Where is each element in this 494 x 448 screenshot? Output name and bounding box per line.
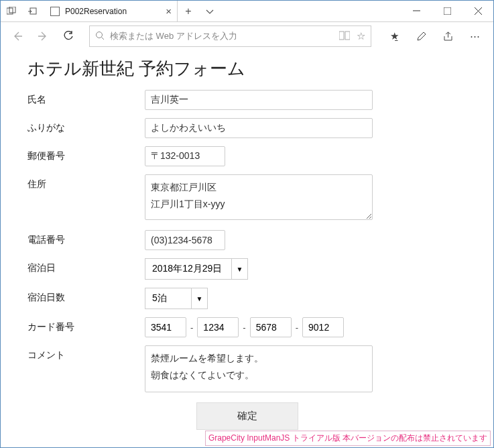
card2-input[interactable] <box>197 317 239 337</box>
label-card: カード番号 <box>27 317 145 333</box>
svg-rect-10 <box>345 32 350 40</box>
dash: - <box>243 323 245 333</box>
toolbar-icons: ★̱ ⋯ <box>381 25 488 48</box>
favorites-icon[interactable]: ★̱ <box>381 25 408 48</box>
svg-point-7 <box>97 32 103 38</box>
card1-input[interactable] <box>145 317 186 337</box>
set-aside-icon[interactable] <box>22 1 44 22</box>
label-phone: 電話番号 <box>27 230 145 246</box>
dash: - <box>296 323 298 333</box>
kana-input[interactable] <box>145 118 373 138</box>
label-comment: コメント <box>27 345 145 361</box>
label-kana: ふりがな <box>27 118 145 134</box>
name-input[interactable] <box>145 90 373 110</box>
titlebar-left: P002Reservation × + <box>1 1 221 21</box>
address-input[interactable] <box>145 174 373 220</box>
svg-rect-9 <box>339 32 344 40</box>
chevron-down-icon: ▼ <box>192 288 208 309</box>
zip-input[interactable] <box>145 146 225 166</box>
label-checkin: 宿泊日 <box>27 258 145 274</box>
dash: - <box>190 323 193 333</box>
label-nights: 宿泊日数 <box>27 288 145 304</box>
window-tabs-icon[interactable] <box>1 1 22 22</box>
close-window-button[interactable] <box>462 1 493 22</box>
refresh-button[interactable] <box>57 25 80 48</box>
chevron-down-icon: ▼ <box>232 258 248 280</box>
back-button[interactable] <box>6 25 29 48</box>
trial-footer: GrapeCity InputManJS トライアル版 本バージョンの配布は禁止… <box>205 431 491 446</box>
card4-input[interactable] <box>302 317 344 337</box>
search-icon <box>95 31 105 42</box>
tab-chevron-icon[interactable] <box>199 7 221 15</box>
checkin-select[interactable]: 2018年12月29日 ▼ <box>145 258 373 280</box>
forward-button[interactable] <box>32 25 54 48</box>
nights-select[interactable]: 5泊 ▼ <box>145 288 373 309</box>
share-icon[interactable] <box>434 25 461 48</box>
comment-input[interactable] <box>145 345 373 392</box>
notes-icon[interactable] <box>408 25 434 48</box>
more-icon[interactable]: ⋯ <box>461 25 488 48</box>
phone-input[interactable] <box>145 230 225 250</box>
window-controls <box>401 1 493 22</box>
title-bar: P002Reservation × + <box>1 1 493 22</box>
browser-tab[interactable]: P002Reservation × <box>44 1 178 21</box>
url-placeholder: 検索または Web アドレスを入力 <box>110 30 332 42</box>
tab-title: P002Reservation <box>65 7 127 16</box>
browser-toolbar: 検索または Web アドレスを入力 ☆ ★̱ ⋯ <box>1 22 493 50</box>
card3-input[interactable] <box>250 317 292 337</box>
page-icon <box>50 7 60 16</box>
close-tab-icon[interactable]: × <box>166 5 172 17</box>
svg-line-8 <box>102 37 105 40</box>
favorite-star-icon[interactable]: ☆ <box>357 30 365 42</box>
page-title: ホテル新世紀 予約フォーム <box>27 57 467 80</box>
svg-rect-4 <box>444 7 451 15</box>
page-content: ホテル新世紀 予約フォーム 氏名 ふりがな 郵便番号 住所 電話番号 宿泊日 2… <box>1 50 493 430</box>
label-name: 氏名 <box>27 90 145 106</box>
checkin-value: 2018年12月29日 <box>145 258 232 280</box>
new-tab-button[interactable]: + <box>178 5 199 17</box>
card-row: - - - <box>145 317 373 337</box>
maximize-button[interactable] <box>432 1 462 22</box>
nights-value: 5泊 <box>145 288 192 309</box>
label-address: 住所 <box>27 174 145 190</box>
minimize-button[interactable] <box>401 1 432 22</box>
label-zip: 郵便番号 <box>27 146 145 162</box>
submit-button[interactable]: 確定 <box>196 402 298 430</box>
url-bar[interactable]: 検索または Web アドレスを入力 ☆ <box>89 25 371 47</box>
reader-icon[interactable] <box>339 31 350 42</box>
